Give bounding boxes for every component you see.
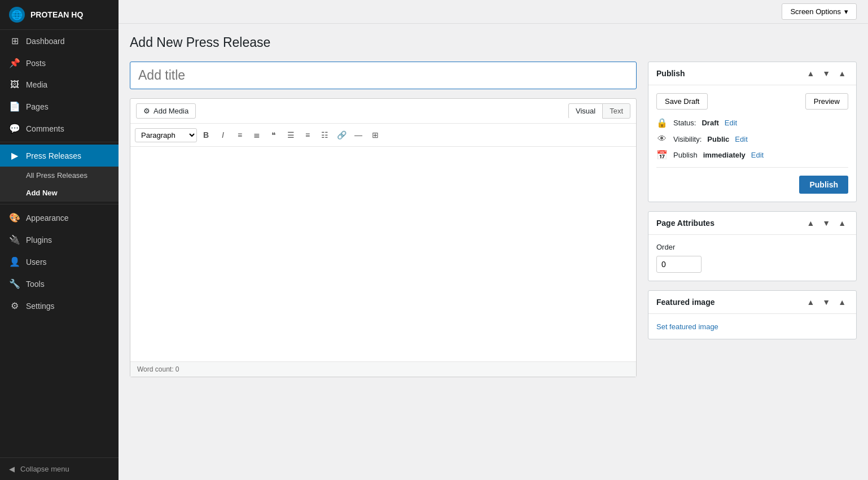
sidebar-item-plugins[interactable]: 🔌 Plugins <box>0 229 119 251</box>
collapse-menu-label: Collapse menu <box>20 465 69 473</box>
sidebar-item-label: Settings <box>26 302 55 311</box>
pages-icon: 📄 <box>9 101 20 112</box>
set-featured-image-link[interactable]: Set featured image <box>656 322 718 331</box>
bold-button[interactable]: B <box>198 127 214 143</box>
publish-panel-close-button[interactable]: ▲ <box>836 68 848 79</box>
status-edit-link[interactable]: Edit <box>725 119 737 127</box>
featured-image-panel-actions: ▲ ▼ ▲ <box>804 296 848 308</box>
plugins-icon: 🔌 <box>9 234 20 245</box>
editor-layout: ⚙ Add Media Visual Text Paragraph Headin… <box>130 62 857 377</box>
settings-icon: ⚙ <box>9 300 20 311</box>
publish-actions-row: Save Draft Preview <box>656 93 848 110</box>
status-value: Draft <box>702 119 718 127</box>
page-attrs-down-button[interactable]: ▼ <box>820 217 832 229</box>
italic-button[interactable]: I <box>215 127 231 143</box>
screen-options-button[interactable]: Screen Options ▾ <box>782 3 857 20</box>
users-icon: 👤 <box>9 256 20 267</box>
sidebar-submenu-press-releases: All Press Releases Add New <box>0 167 119 202</box>
topbar: Screen Options ▾ <box>119 0 868 24</box>
add-media-button[interactable]: ⚙ Add Media <box>136 103 196 119</box>
page-attributes-title: Page Attributes <box>656 219 714 228</box>
press-releases-icon: ▶ <box>9 150 20 161</box>
sidebar-sub-add-new[interactable]: Add New <box>0 184 119 202</box>
sidebar-item-label: Tools <box>26 280 45 289</box>
unordered-list-button[interactable]: ≡ <box>232 127 248 143</box>
page-attrs-up-button[interactable]: ▲ <box>804 217 817 229</box>
sidebar-item-label: Comments <box>26 124 64 133</box>
sidebar-item-posts[interactable]: 📌 Posts <box>0 52 119 74</box>
kitchen-sink-button[interactable]: ⊞ <box>367 127 383 143</box>
align-right-button[interactable]: ☷ <box>317 127 332 143</box>
visibility-value: Public <box>707 135 729 143</box>
main-area: Screen Options ▾ Add New Press Release ⚙… <box>119 0 868 480</box>
visibility-edit-link[interactable]: Edit <box>735 135 747 143</box>
screen-options-label: Screen Options <box>790 7 841 16</box>
sidebar-item-label: Plugins <box>26 235 52 245</box>
publish-time-row: 📅 Publish immediately Edit <box>656 150 848 160</box>
site-logo-icon: 🌐 <box>9 7 25 23</box>
sidebar-item-comments[interactable]: 💬 Comments <box>0 117 119 139</box>
save-draft-button[interactable]: Save Draft <box>656 93 708 110</box>
sidebar: 🌐 PROTEAN HQ ⊞ Dashboard 📌 Posts 🖼 Media… <box>0 0 119 480</box>
order-input[interactable] <box>656 256 702 273</box>
editor-box: ⚙ Add Media Visual Text Paragraph Headin… <box>130 98 637 377</box>
publish-panel-header: Publish ▲ ▼ ▲ <box>648 62 856 85</box>
sidebar-item-label: Media <box>26 80 47 89</box>
publish-meta-section: 🔒 Status: Draft Edit 👁 Visibility: Publi… <box>656 117 848 168</box>
sidebar-item-settings[interactable]: ⚙ Settings <box>0 295 119 317</box>
featured-image-panel: Featured image ▲ ▼ ▲ Set featured image <box>648 290 857 339</box>
sidebar-item-label: Appearance <box>26 213 69 222</box>
sidebar-item-users[interactable]: 👤 Users <box>0 251 119 273</box>
status-icon: 🔒 <box>656 117 668 128</box>
sidebar-divider-2 <box>0 204 119 204</box>
featured-image-close-button[interactable]: ▲ <box>836 296 848 308</box>
align-center-button[interactable]: ≡ <box>300 127 315 143</box>
editor-sidebar-column: Publish ▲ ▼ ▲ Save Draft Preview <box>648 62 857 339</box>
sidebar-item-media[interactable]: 🖼 Media <box>0 74 119 95</box>
featured-image-title: Featured image <box>656 298 714 307</box>
screen-options-chevron-icon: ▾ <box>844 7 848 16</box>
paragraph-format-select[interactable]: Paragraph Heading 1 Heading 2 Heading 3 … <box>135 128 197 142</box>
link-button[interactable]: 🔗 <box>334 127 349 143</box>
publish-panel-down-button[interactable]: ▼ <box>820 68 832 79</box>
publish-button[interactable]: Publish <box>799 176 848 194</box>
page-attrs-close-button[interactable]: ▲ <box>836 217 848 229</box>
post-title-input[interactable] <box>130 62 637 89</box>
publish-panel-up-button[interactable]: ▲ <box>804 68 817 79</box>
sidebar-item-appearance[interactable]: 🎨 Appearance <box>0 207 119 229</box>
sidebar-item-press-releases[interactable]: ▶ Press Releases <box>0 145 119 167</box>
tab-text[interactable]: Text <box>602 103 630 119</box>
publish-time-value: immediately <box>703 151 746 159</box>
add-media-icon: ⚙ <box>143 107 150 115</box>
order-label: Order <box>656 243 848 251</box>
tools-icon: 🔧 <box>9 278 20 289</box>
preview-button[interactable]: Preview <box>805 93 848 110</box>
ordered-list-button[interactable]: ≣ <box>249 127 265 143</box>
publish-time-label: Publish <box>673 151 698 159</box>
horizontal-rule-button[interactable]: — <box>350 127 366 143</box>
align-left-button[interactable]: ☰ <box>283 127 299 143</box>
page-attributes-panel: Page Attributes ▲ ▼ ▲ Order <box>648 211 857 281</box>
sidebar-item-dashboard[interactable]: ⊞ Dashboard <box>0 30 119 52</box>
posts-icon: 📌 <box>9 58 20 68</box>
media-icon: 🖼 <box>9 80 20 90</box>
collapse-menu-icon: ◀ <box>9 465 15 473</box>
appearance-icon: 🎨 <box>9 212 20 223</box>
format-toolbar: Paragraph Heading 1 Heading 2 Heading 3 … <box>130 124 636 147</box>
visibility-icon: 👁 <box>656 134 668 144</box>
visibility-label: Visibility: <box>673 135 702 143</box>
sidebar-item-pages[interactable]: 📄 Pages <box>0 95 119 117</box>
sidebar-sub-all-press-releases[interactable]: All Press Releases <box>0 167 119 184</box>
editor-content-area[interactable] <box>130 147 636 361</box>
collapse-menu-button[interactable]: ◀ Collapse menu <box>0 457 119 480</box>
publish-panel: Publish ▲ ▼ ▲ Save Draft Preview <box>648 62 857 202</box>
tab-visual[interactable]: Visual <box>568 103 603 119</box>
publish-time-edit-link[interactable]: Edit <box>751 151 764 159</box>
featured-image-down-button[interactable]: ▼ <box>820 296 832 308</box>
site-name: PROTEAN HQ <box>30 10 83 19</box>
site-logo[interactable]: 🌐 PROTEAN HQ <box>0 0 119 30</box>
featured-image-up-button[interactable]: ▲ <box>804 296 817 308</box>
sidebar-item-tools[interactable]: 🔧 Tools <box>0 273 119 295</box>
sidebar-item-label: Dashboard <box>26 37 65 46</box>
blockquote-button[interactable]: ❝ <box>266 127 282 143</box>
